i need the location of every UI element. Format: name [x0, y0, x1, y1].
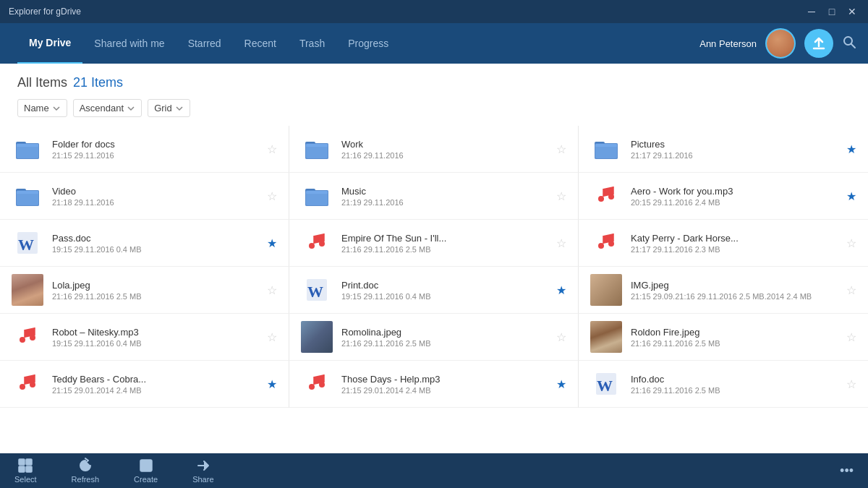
refresh-action[interactable]: Refresh [72, 458, 100, 484]
file-name: Lola.jpeg [52, 280, 258, 291]
file-name: IMG.jpeg [631, 280, 838, 291]
svg-text:W: W [597, 377, 613, 395]
music-icon [301, 227, 333, 259]
svg-rect-10 [306, 144, 328, 147]
list-item[interactable]: Pictures 21:17 29.11.2016 ★ [579, 126, 868, 173]
search-button[interactable] [842, 35, 856, 53]
star-button[interactable]: ☆ [267, 330, 277, 344]
tab-my-drive[interactable]: My Drive [17, 23, 82, 64]
list-item[interactable]: W Print.doc 19:15 29.11.2016 0.4 MB ★ [289, 267, 579, 314]
svg-point-27 [608, 194, 614, 200]
star-button[interactable]: ★ [267, 377, 277, 391]
list-item[interactable]: Katy Perry - Dark Horse... 21:17 29.11.2… [579, 220, 868, 267]
star-button[interactable]: ☆ [846, 283, 856, 297]
file-name: Those Days - Help.mp3 [341, 374, 548, 385]
file-name: Katy Perry - Dark Horse... [631, 233, 838, 244]
list-item[interactable]: Empire Of The Sun - I'll... 21:16 29.11.… [289, 220, 579, 267]
svg-text:W: W [307, 283, 323, 301]
file-info: Teddy Bears - Cobra... 21:15 29.01.2014 … [52, 374, 258, 395]
sort-view-button[interactable]: Grid [148, 99, 190, 117]
svg-point-39 [30, 382, 35, 388]
star-button[interactable]: ★ [267, 236, 277, 250]
list-item[interactable]: Teddy Bears - Cobra... 21:15 29.01.2014 … [0, 361, 289, 408]
star-button[interactable]: ★ [556, 377, 566, 391]
music-icon [590, 180, 622, 212]
titlebar: Explorer for gDrive ─ □ ✕ [0, 0, 868, 23]
list-item[interactable]: Music 21:19 29.11.2016 ☆ [289, 173, 579, 220]
list-item[interactable]: Roldon Fire.jpeg 21:16 29.11.2016 2.5 MB… [579, 314, 868, 361]
star-button[interactable]: ★ [846, 142, 856, 156]
star-button[interactable]: ☆ [846, 377, 856, 391]
svg-rect-46 [19, 466, 25, 472]
tab-starred[interactable]: Starred [176, 23, 233, 64]
list-item[interactable]: Romolina.jpeg 21:16 29.11.2016 2.5 MB ☆ [289, 314, 579, 361]
list-item[interactable]: Those Days - Help.mp3 21:15 29.01.2014 2… [289, 361, 579, 408]
select-action[interactable]: Select [14, 458, 37, 484]
app-title: Explorer for gDrive [9, 7, 81, 17]
file-meta: 21:16 29.11.2016 2.5 MB [631, 386, 838, 395]
upload-button[interactable] [804, 29, 833, 58]
close-button[interactable]: ✕ [845, 6, 859, 17]
file-info: Lola.jpeg 21:16 29.11.2016 2.5 MB [52, 280, 258, 301]
svg-point-38 [20, 384, 25, 390]
user-info: Ann Peterson [699, 38, 757, 49]
star-button[interactable]: ☆ [556, 236, 566, 250]
file-info: Folder for docs 21:15 29.11.2016 [52, 139, 258, 160]
file-info: Those Days - Help.mp3 21:15 29.01.2014 2… [341, 374, 548, 395]
maximize-button[interactable]: □ [825, 6, 839, 17]
content-title: All Items [17, 75, 67, 90]
file-name: Music [341, 186, 548, 197]
create-action[interactable]: Create [134, 458, 158, 484]
folder-icon [12, 133, 43, 165]
star-button[interactable]: ☆ [846, 330, 856, 344]
image-thumbnail [590, 274, 622, 306]
tab-progress[interactable]: Progress [336, 23, 400, 64]
svg-rect-44 [19, 459, 25, 465]
image-thumbnail [301, 321, 333, 353]
file-name: Info.doc [631, 374, 838, 385]
star-button[interactable]: ☆ [267, 283, 277, 297]
star-button[interactable]: ☆ [556, 330, 566, 344]
list-item[interactable]: Folder for docs 21:15 29.11.2016 ☆ [0, 126, 289, 173]
minimize-button[interactable]: ─ [804, 6, 819, 17]
star-button[interactable]: ★ [846, 189, 856, 203]
avatar[interactable] [765, 28, 796, 59]
list-item[interactable]: IMG.jpeg 21:15 29.09.21:16 29.11.2016 2.… [579, 267, 868, 314]
folder-icon [590, 133, 622, 165]
list-item[interactable]: Video 21:18 29.11.2016 ☆ [0, 173, 289, 220]
star-button[interactable]: ★ [556, 283, 566, 297]
star-button[interactable]: ☆ [556, 142, 566, 156]
star-button[interactable]: ☆ [267, 142, 277, 156]
svg-point-36 [20, 337, 25, 343]
sort-order-button[interactable]: Ascendant [73, 99, 142, 117]
more-button[interactable]: ••• [840, 463, 854, 479]
user-name: Ann Peterson [699, 38, 757, 49]
star-button[interactable]: ☆ [846, 236, 856, 250]
tab-shared[interactable]: Shared with me [82, 23, 176, 64]
tab-trash[interactable]: Trash [288, 23, 336, 64]
list-item[interactable]: Work 21:16 29.11.2016 ☆ [289, 126, 579, 173]
list-item[interactable]: W Pass.doc 19:15 29.11.2016 0.4 MB ★ [0, 220, 289, 267]
file-info: Info.doc 21:16 29.11.2016 2.5 MB [631, 374, 838, 395]
file-name: Work [341, 139, 548, 150]
sort-name-button[interactable]: Name [17, 99, 67, 117]
star-button[interactable]: ☆ [267, 189, 277, 203]
word-icon: W [590, 368, 622, 400]
list-item[interactable]: Aero - Work for you.mp3 20:15 29.11.2016… [579, 173, 868, 220]
select-label: Select [14, 475, 37, 484]
file-meta: 21:16 29.11.2016 [341, 151, 548, 160]
share-action[interactable]: Share [192, 458, 213, 484]
list-item[interactable]: W Info.doc 21:16 29.11.2016 2.5 MB ☆ [579, 361, 868, 408]
svg-text:W: W [18, 236, 34, 254]
file-meta: 21:19 29.11.2016 [341, 198, 548, 207]
tab-recent[interactable]: Recent [233, 23, 288, 64]
list-item[interactable]: Lola.jpeg 21:16 29.11.2016 2.5 MB ☆ [0, 267, 289, 314]
file-name: Pictures [631, 139, 838, 150]
star-button[interactable]: ☆ [556, 189, 566, 203]
file-grid: Folder for docs 21:15 29.11.2016 ☆ Work … [0, 126, 868, 408]
file-info: Aero - Work for you.mp3 20:15 29.11.2016… [631, 186, 838, 207]
list-item[interactable]: Robot – Nitesky.mp3 19:15 29.11.2016 0.4… [0, 314, 289, 361]
folder-icon [301, 180, 333, 212]
file-meta: 21:16 29.11.2016 2.5 MB [52, 292, 258, 301]
file-meta: 21:17 29.11.2016 [631, 151, 838, 160]
